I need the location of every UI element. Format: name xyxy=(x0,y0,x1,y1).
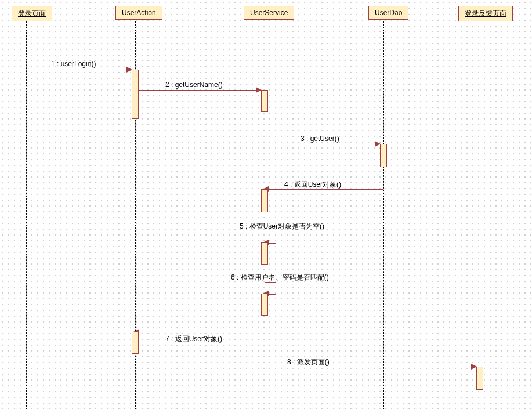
message-line-7 xyxy=(139,332,264,332)
lifeline-user-dao xyxy=(383,21,384,409)
participant-user-action: UserAction xyxy=(115,6,162,20)
activation-feedback-1 xyxy=(476,367,483,390)
participant-user-service: UserService xyxy=(244,6,294,20)
activation-user-service-3 xyxy=(261,242,268,265)
lifeline-user-service xyxy=(265,21,265,409)
activation-user-service-4 xyxy=(261,294,268,316)
participant-user-dao: UserDao xyxy=(368,6,408,20)
message-label-5: 5 : 检查User对象是否为空() xyxy=(240,222,324,231)
message-label-4: 4 : 返回User对象() xyxy=(284,180,341,190)
message-label-6: 6 : 检查用户名、密码是否匹配() xyxy=(231,273,329,283)
message-label-1: 1 : userLogin() xyxy=(51,60,96,68)
participant-login-page: 登录页面 xyxy=(12,6,52,21)
activation-user-service-2 xyxy=(261,189,268,212)
message-line-3 xyxy=(265,144,380,144)
message-line-2 xyxy=(139,90,261,91)
activation-user-dao-1 xyxy=(380,144,387,167)
message-label-7: 7 : 返回User对象() xyxy=(165,334,222,344)
activation-user-service-1 xyxy=(261,90,268,112)
participant-feedback-page: 登录反馈页面 xyxy=(458,6,513,21)
message-label-3: 3 : getUser() xyxy=(301,135,339,143)
lifeline-feedback-page xyxy=(480,21,480,409)
message-line-1 xyxy=(27,70,132,70)
lifeline-login-page xyxy=(26,21,27,409)
message-label-8: 8 : 派发页面() xyxy=(287,357,330,367)
activation-user-action-1 xyxy=(132,70,139,119)
activation-user-action-2 xyxy=(132,332,139,354)
message-label-2: 2 : getUserName() xyxy=(165,81,223,89)
